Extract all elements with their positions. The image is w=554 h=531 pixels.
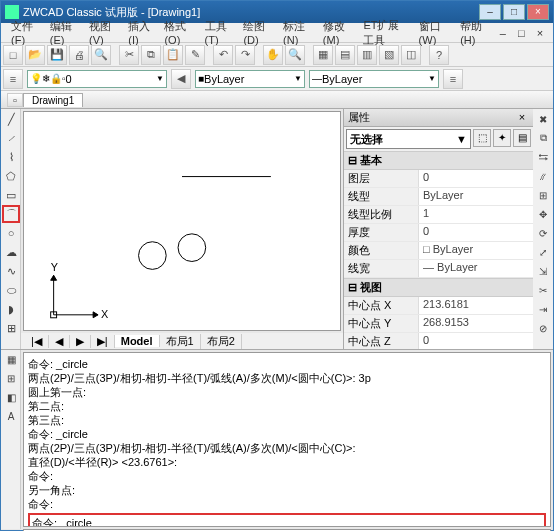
color-combo[interactable]: ■ ByLayer▼ (195, 70, 305, 88)
drawing-canvas[interactable]: X Y (23, 111, 341, 331)
menu-dim[interactable]: 标注(N) (277, 19, 317, 46)
props-pick-icon[interactable]: ⬚ (473, 129, 491, 147)
help-icon[interactable]: ? (429, 45, 449, 65)
prop-row[interactable]: 线宽— ByLayer (344, 260, 533, 278)
props-grid[interactable]: 基本图层0线型ByLayer线型比例1厚度0颜色□ ByLayer线宽— ByL… (344, 151, 533, 349)
tab-nav-next[interactable]: ▶ (70, 335, 91, 348)
tb-a-icon[interactable]: ▦ (313, 45, 333, 65)
menu-help[interactable]: 帮助(H) (454, 19, 494, 46)
props-selector[interactable]: 无选择▼ (346, 129, 471, 149)
rotate-icon[interactable]: ⟳ (534, 224, 552, 242)
break-icon[interactable]: ⊘ (534, 319, 552, 337)
tab-layout2[interactable]: 布局2 (201, 334, 242, 349)
offset-icon[interactable]: ⫽ (534, 167, 552, 185)
tab-nav-first[interactable]: |◀ (25, 335, 49, 348)
menu-file[interactable]: 文件(F) (5, 19, 44, 46)
ellipsearc-icon[interactable]: ◗ (2, 300, 20, 318)
aux2-icon[interactable]: ⊞ (2, 370, 20, 388)
prop-cat[interactable]: 基本 (344, 151, 533, 170)
mdi-max[interactable]: □ (512, 27, 531, 39)
stretch-icon[interactable]: ⇲ (534, 262, 552, 280)
trim-icon[interactable]: ✂ (534, 281, 552, 299)
paste-icon[interactable]: 📋 (163, 45, 183, 65)
erase-icon[interactable]: ✖ (534, 110, 552, 128)
cut-icon[interactable]: ✂ (119, 45, 139, 65)
scale-icon[interactable]: ⤢ (534, 243, 552, 261)
tb-b-icon[interactable]: ▤ (335, 45, 355, 65)
menu-insert[interactable]: 插入(I) (122, 19, 158, 46)
layout-tabs: |◀ ◀ ▶ ▶| Model 布局1 布局2 (21, 333, 343, 349)
prop-row[interactable]: 中心点 X213.6181 (344, 297, 533, 315)
arc-icon[interactable]: ⌒ (2, 205, 20, 223)
close-button[interactable]: × (527, 4, 549, 20)
mirror-icon[interactable]: ⮀ (534, 148, 552, 166)
tab-nav-last[interactable]: ▶| (91, 335, 115, 348)
tb-e-icon[interactable]: ◫ (401, 45, 421, 65)
prop-row[interactable]: 中心点 Z0 (344, 333, 533, 349)
prop-row[interactable]: 中心点 Y268.9153 (344, 315, 533, 333)
tab-drawing1[interactable]: Drawing1 (23, 93, 83, 107)
zoom-icon[interactable]: 🔍 (285, 45, 305, 65)
props-close-icon[interactable]: × (515, 111, 529, 125)
prop-cat[interactable]: 视图 (344, 278, 533, 297)
aux1-icon[interactable]: ▦ (2, 351, 20, 369)
pline-icon[interactable]: ⌇ (2, 148, 20, 166)
tab-nav-prev[interactable]: ◀ (49, 335, 70, 348)
array-icon[interactable]: ⊞ (534, 186, 552, 204)
lw-icon[interactable]: ≡ (443, 69, 463, 89)
match-icon[interactable]: ✎ (185, 45, 205, 65)
props-qs-icon[interactable]: ✦ (493, 129, 511, 147)
copy-icon[interactable]: ⧉ (141, 45, 161, 65)
open-icon[interactable]: 📂 (25, 45, 45, 65)
insert-icon[interactable]: ⊞ (2, 319, 20, 337)
layer-prev-icon[interactable]: ◀ (171, 69, 191, 89)
save-icon[interactable]: 💾 (47, 45, 67, 65)
menu-tools[interactable]: 工具(T) (199, 19, 238, 46)
xline-icon[interactable]: ⟋ (2, 129, 20, 147)
tab-layout1[interactable]: 布局1 (160, 334, 201, 349)
tb-c-icon[interactable]: ▥ (357, 45, 377, 65)
prop-row[interactable]: 线型比例1 (344, 206, 533, 224)
prop-row[interactable]: 图层0 (344, 170, 533, 188)
polygon-icon[interactable]: ⬠ (2, 167, 20, 185)
minimize-button[interactable]: – (479, 4, 501, 20)
aux4-icon[interactable]: A (2, 408, 20, 426)
menu-modify[interactable]: 修改(M) (317, 19, 358, 46)
maximize-button[interactable]: □ (503, 4, 525, 20)
menu-view[interactable]: 视图(V) (83, 19, 122, 46)
copy2-icon[interactable]: ⧉ (534, 129, 552, 147)
layer-mgr-icon[interactable]: ≡ (3, 69, 23, 89)
revcloud-icon[interactable]: ☁ (2, 243, 20, 261)
tab-model[interactable]: Model (115, 335, 160, 347)
menu-draw[interactable]: 绘图(D) (237, 19, 277, 46)
new-icon[interactable]: □ (3, 45, 23, 65)
aux3-icon[interactable]: ◧ (2, 389, 20, 407)
mdi-close[interactable]: × (531, 27, 549, 39)
command-history[interactable]: 命令: _circle 两点(2P)/三点(3P)/相切-相切-半径(T)/弧线… (23, 352, 551, 527)
undo-icon[interactable]: ↶ (213, 45, 233, 65)
cmd-highlight: 命令: _circle 两点(2P)/三点(3P)/相切-相切-半径(T)/弧线… (28, 513, 546, 527)
tb-d-icon[interactable]: ▧ (379, 45, 399, 65)
rect-icon[interactable]: ▭ (2, 186, 20, 204)
menu-edit[interactable]: 编辑(E) (44, 19, 83, 46)
print-icon[interactable]: 🖨 (69, 45, 89, 65)
linetype-combo[interactable]: — ByLayer▼ (309, 70, 439, 88)
menu-et[interactable]: ET扩展工具 (357, 18, 412, 48)
prop-row[interactable]: 颜色□ ByLayer (344, 242, 533, 260)
layer-combo[interactable]: 💡❄🔒▫ 0▼ (27, 70, 167, 88)
redo-icon[interactable]: ↷ (235, 45, 255, 65)
spline-icon[interactable]: ∿ (2, 262, 20, 280)
extend-icon[interactable]: ⇥ (534, 300, 552, 318)
prop-row[interactable]: 线型ByLayer (344, 188, 533, 206)
props-tog-icon[interactable]: ▤ (513, 129, 531, 147)
ellipse-icon[interactable]: ⬭ (2, 281, 20, 299)
preview-icon[interactable]: 🔍 (91, 45, 111, 65)
mdi-min[interactable]: – (494, 27, 512, 39)
pan-icon[interactable]: ✋ (263, 45, 283, 65)
prop-row[interactable]: 厚度0 (344, 224, 533, 242)
line-icon[interactable]: ╱ (2, 110, 20, 128)
menu-window[interactable]: 窗口(W) (413, 19, 455, 46)
circle-icon[interactable]: ○ (2, 224, 20, 242)
move-icon[interactable]: ✥ (534, 205, 552, 223)
menu-format[interactable]: 格式(O) (158, 19, 198, 46)
